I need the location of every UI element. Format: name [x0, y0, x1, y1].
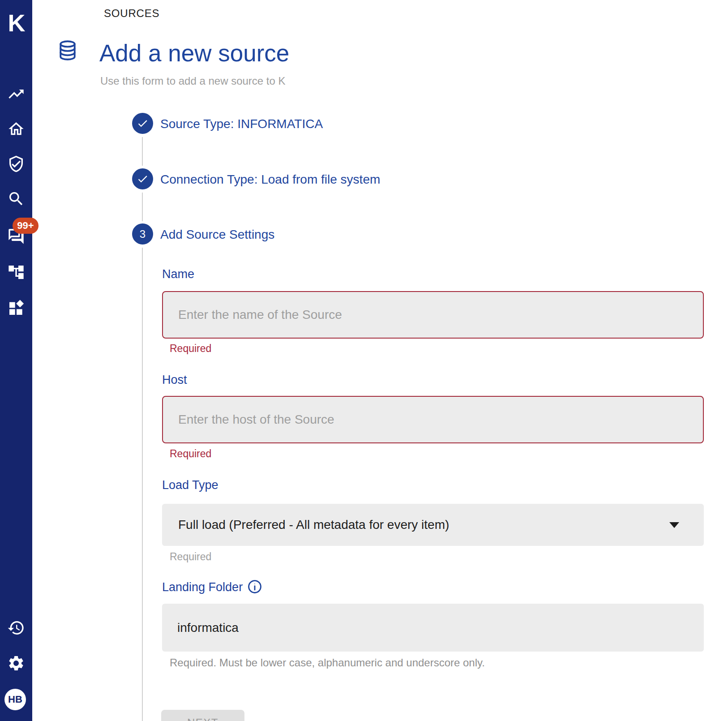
breadcrumb: SOURCES	[104, 7, 159, 20]
shield-check-icon[interactable]	[7, 155, 25, 173]
host-input[interactable]	[163, 397, 703, 442]
step-connector	[142, 193, 143, 221]
landing-folder-field-container	[162, 604, 704, 652]
database-icon	[56, 39, 80, 64]
gear-icon[interactable]	[7, 654, 25, 672]
sidebar: K	[0, 0, 32, 721]
host-field-container	[162, 396, 704, 443]
step-3-label: Add Source Settings	[160, 227, 274, 242]
host-label: Host	[162, 373, 187, 387]
step-3-indicator: 3	[132, 223, 153, 245]
search-icon[interactable]	[7, 190, 25, 208]
name-label: Name	[162, 267, 194, 281]
load-type-selected-value: Full load (Preferred - All metadata for …	[178, 504, 449, 546]
history-icon[interactable]	[7, 619, 25, 637]
user-avatar[interactable]: HB	[4, 689, 26, 710]
step-2-complete-check-icon	[132, 168, 153, 189]
step-2-label[interactable]: Connection Type: Load from file system	[160, 172, 380, 187]
data-lineage-icon[interactable]	[7, 263, 25, 281]
page-subtitle: Use this form to add a new source to K	[100, 75, 286, 87]
dashboard-icon[interactable]	[7, 299, 25, 317]
load-type-label: Load Type	[162, 478, 218, 492]
host-error-text: Required	[170, 448, 211, 460]
step-connector	[142, 248, 143, 721]
home-icon[interactable]	[7, 120, 25, 138]
landing-folder-input[interactable]	[162, 604, 704, 652]
name-error-text: Required	[170, 343, 211, 355]
app-logo[interactable]: K	[0, 9, 32, 37]
load-type-select[interactable]: Full load (Preferred - All metadata for …	[162, 504, 704, 546]
next-button[interactable]: NEXT	[161, 710, 244, 721]
name-field-container	[162, 291, 704, 339]
notification-badge: 99+	[13, 218, 39, 234]
step-1-complete-check-icon	[132, 113, 153, 134]
name-input[interactable]	[163, 292, 703, 338]
app-window: K	[0, 0, 728, 721]
step-3-number: 3	[140, 228, 146, 240]
trending-up-icon[interactable]	[7, 85, 25, 103]
landing-folder-label: Landing Folder	[162, 580, 243, 594]
page-title: Add a new source	[99, 39, 289, 67]
load-type-helper-text: Required	[170, 551, 211, 563]
chevron-down-icon	[669, 522, 679, 528]
step-1-label[interactable]: Source Type: INFORMATICA	[160, 117, 323, 131]
landing-folder-helper-text: Required. Must be lower case, alphanumer…	[170, 657, 485, 669]
step-connector	[142, 137, 143, 166]
info-icon[interactable]	[247, 579, 262, 594]
